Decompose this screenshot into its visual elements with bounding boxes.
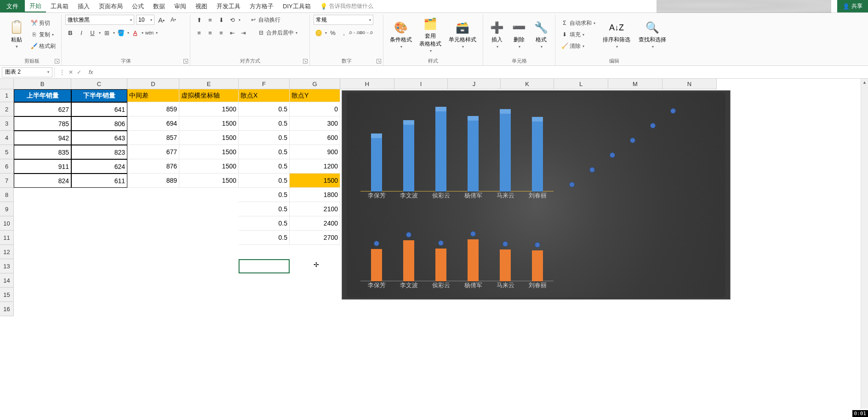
row-header-2[interactable]: 2 <box>0 102 14 116</box>
chart-scatter-dot[interactable] <box>610 152 615 158</box>
paste-button[interactable]: 粘贴 ▼ <box>6 18 27 51</box>
cell-D1[interactable]: 中间差 <box>127 89 179 102</box>
cell-G8[interactable]: 1800 <box>290 188 340 202</box>
cell-B2[interactable]: 627 <box>14 102 71 116</box>
cell-F11[interactable]: 0.5 <box>239 231 290 245</box>
cell-E1[interactable]: 虚拟横坐标轴 <box>179 89 239 102</box>
cell-C1[interactable]: 下半年销量 <box>71 89 127 102</box>
cell-C6[interactable]: 624 <box>71 159 127 174</box>
align-middle-button[interactable]: ≡ <box>205 15 215 25</box>
phonetic-button[interactable]: wén <box>144 28 154 38</box>
cell-C3[interactable]: 806 <box>71 116 127 131</box>
number-launcher[interactable]: ↘ <box>377 59 381 64</box>
sort-filter-button[interactable]: A↓Z排序和筛选▾ <box>600 18 633 51</box>
cell-E3[interactable]: 1500 <box>179 116 239 131</box>
cell-G3[interactable]: 300 <box>290 116 340 131</box>
column-header-L[interactable]: L <box>554 79 608 89</box>
underline-button[interactable]: U <box>87 28 97 38</box>
chart-scatter-dot[interactable] <box>569 182 575 187</box>
row-header-1[interactable]: 1 <box>0 89 14 102</box>
cell-G1[interactable]: 散点Y <box>290 89 340 102</box>
chart-scatter-dot[interactable] <box>630 138 635 143</box>
fill-color-button[interactable]: 🪣 <box>116 28 126 38</box>
cell-F6[interactable]: 0.5 <box>239 159 290 174</box>
cell-E6[interactable]: 1500 <box>179 159 239 174</box>
fx-icon[interactable]: fx <box>86 69 96 75</box>
chart-bar[interactable] <box>500 114 511 191</box>
row-header-4[interactable]: 4 <box>0 131 14 145</box>
formula-options-icon[interactable]: ⋮ <box>59 69 65 75</box>
currency-button[interactable]: 🪙 <box>314 28 324 38</box>
name-box[interactable]: 图表 2 ▾ <box>2 67 52 77</box>
cell-G11[interactable]: 2700 <box>290 231 340 245</box>
cell-D7[interactable]: 889 <box>127 174 179 188</box>
row-header-8[interactable]: 8 <box>0 188 14 202</box>
font-family-select[interactable]: 微软雅黑▾ <box>65 15 134 25</box>
tell-me-search[interactable]: 💡 告诉我你想做什么 <box>320 0 373 12</box>
column-header-J[interactable]: J <box>448 79 501 89</box>
row-header-5[interactable]: 5 <box>0 145 14 159</box>
cell-C4[interactable]: 643 <box>71 131 127 145</box>
accept-formula-button[interactable]: ✓ <box>77 69 81 75</box>
comma-button[interactable]: , <box>339 28 349 38</box>
cell-G6[interactable]: 1200 <box>290 159 340 174</box>
menu-review[interactable]: 审阅 <box>170 0 191 12</box>
cell-F1[interactable]: 散点X <box>239 89 290 102</box>
column-header-H[interactable]: H <box>340 79 394 89</box>
cell-style-button[interactable]: 🗃️单元格样式▾ <box>446 18 479 51</box>
select-all-corner[interactable] <box>0 79 14 89</box>
orientation-button[interactable]: ⟲ <box>227 15 237 25</box>
number-format-select[interactable]: 常规▾ <box>314 15 373 25</box>
conditional-format-button[interactable]: 🎨条件格式▾ <box>387 18 415 51</box>
decrease-indent-button[interactable]: ⇤ <box>227 28 237 38</box>
cell-F3[interactable]: 0.5 <box>239 116 290 131</box>
row-header-6[interactable]: 6 <box>0 159 14 174</box>
cell-B3[interactable]: 785 <box>14 116 71 131</box>
chart-scatter-dot[interactable] <box>503 241 508 247</box>
chart-bar[interactable] <box>371 249 382 282</box>
italic-button[interactable]: I <box>76 28 86 38</box>
increase-indent-button[interactable]: ⇥ <box>238 28 248 38</box>
format-painter-button[interactable]: 🖌️格式刷 <box>29 41 57 51</box>
chart-bar[interactable] <box>532 122 543 191</box>
cell-G10[interactable]: 2400 <box>290 216 340 231</box>
column-header-E[interactable]: E <box>179 79 239 89</box>
cell-B5[interactable]: 835 <box>14 145 71 159</box>
row-header-12[interactable]: 12 <box>0 245 14 259</box>
cell-C7[interactable]: 611 <box>71 174 127 188</box>
row-header-14[interactable]: 14 <box>0 273 14 288</box>
cell-D6[interactable]: 876 <box>127 159 179 174</box>
cell-F4[interactable]: 0.5 <box>239 131 290 145</box>
column-header-B[interactable]: B <box>14 79 71 89</box>
format-cells-button[interactable]: 🔧格式▾ <box>531 18 551 51</box>
column-header-N[interactable]: N <box>662 79 717 89</box>
chart-bar[interactable] <box>468 239 479 281</box>
column-header-I[interactable]: I <box>394 79 448 89</box>
cell-B7[interactable]: 824 <box>14 174 71 188</box>
menu-formulas[interactable]: 公式 <box>127 0 148 12</box>
cell-F8[interactable]: 0.5 <box>239 188 290 202</box>
chart-bar[interactable] <box>468 121 479 191</box>
font-launcher[interactable]: ↘ <box>183 59 188 64</box>
vertical-scrollbar[interactable]: ▲ <box>861 79 868 409</box>
decrease-decimal-button[interactable]: .00→.0 <box>361 28 371 38</box>
find-select-button[interactable]: 🔍查找和选择▾ <box>636 18 669 51</box>
copy-button[interactable]: ⎘复制▾ <box>29 30 57 40</box>
cell-G9[interactable]: 2100 <box>290 202 340 216</box>
chart-scatter-dot[interactable] <box>438 240 444 246</box>
chart-bar[interactable] <box>403 240 414 281</box>
align-center-button[interactable]: ≡ <box>205 28 215 38</box>
column-header-C[interactable]: C <box>71 79 127 89</box>
cell-D3[interactable]: 694 <box>127 116 179 131</box>
menu-home[interactable]: 开始 <box>25 0 46 12</box>
row-header-16[interactable]: 16 <box>0 302 14 316</box>
embedded-chart[interactable]: 李保芳李文波侯彩云杨倩军马来云刘春丽 李保芳李文波侯彩云杨倩军马来云刘春丽 <box>342 90 731 300</box>
align-top-button[interactable]: ⬆ <box>194 15 204 25</box>
chart-bar[interactable] <box>500 249 511 281</box>
share-button[interactable]: 👤 共享 <box>837 0 868 12</box>
font-color-button[interactable]: A <box>130 28 140 38</box>
insert-cells-button[interactable]: ➕插入▾ <box>487 18 507 51</box>
cell-D5[interactable]: 677 <box>127 145 179 159</box>
column-header-K[interactable]: K <box>501 79 554 89</box>
column-header-D[interactable]: D <box>127 79 179 89</box>
